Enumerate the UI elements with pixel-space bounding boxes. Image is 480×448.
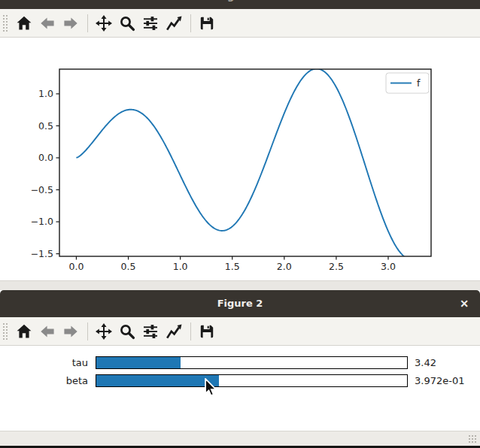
slider-beta-track[interactable] — [96, 374, 408, 387]
forward-arrow-icon — [62, 323, 79, 340]
back-arrow-icon — [39, 323, 56, 340]
edit-parameters-button[interactable] — [163, 12, 185, 35]
y-tick-label: −0.5 — [31, 184, 53, 195]
figure2-titlebar[interactable]: Figure 2 ✕ — [0, 290, 480, 317]
legend: f — [386, 73, 429, 93]
x-tick-label: 2.0 — [277, 261, 292, 272]
x-tick-label: 0.5 — [121, 261, 136, 272]
configure-subplots-button[interactable] — [139, 12, 162, 35]
forward-button[interactable] — [59, 320, 82, 343]
back-button[interactable] — [36, 320, 59, 343]
figure2-title: Figure 2 — [0, 290, 480, 317]
close-icon[interactable]: ✕ — [453, 290, 475, 317]
back-button[interactable] — [36, 12, 59, 35]
save-button[interactable] — [196, 320, 218, 343]
save-button[interactable] — [196, 12, 218, 35]
home-icon — [16, 15, 32, 32]
configure-subplots-button[interactable] — [139, 320, 162, 343]
pan-arrows-icon — [96, 15, 112, 32]
floppy-disk-icon — [199, 15, 215, 32]
slider-beta-label: beta — [30, 374, 88, 388]
y-tick-label: 0.0 — [38, 152, 53, 163]
line-chart-icon — [166, 323, 182, 340]
magnifier-icon — [119, 15, 135, 32]
figure2-toolbar — [0, 317, 480, 346]
slider-beta-value: 3.972e-01 — [415, 374, 464, 388]
line-chart-icon — [166, 15, 182, 32]
legend-label: f — [417, 77, 421, 89]
mouse-cursor-icon — [204, 378, 219, 398]
sliders-icon — [142, 323, 159, 340]
x-tick-label: 2.5 — [329, 261, 344, 272]
y-tick-label: 0.5 — [38, 120, 53, 132]
toolbar-separator — [190, 14, 191, 32]
figure1-titlebar[interactable]: Figure 1 — [0, 0, 480, 9]
pan-arrows-icon — [96, 323, 112, 340]
figure1-title: Figure 1 — [0, 0, 480, 9]
toolbar-separator — [87, 322, 88, 341]
edit-parameters-button[interactable] — [163, 320, 185, 343]
slider-tau-track[interactable] — [96, 356, 408, 369]
magnifier-icon — [119, 323, 135, 340]
home-button[interactable] — [13, 12, 35, 35]
y-tick-label: −1.0 — [31, 216, 53, 227]
slider-beta-fill — [96, 375, 219, 386]
figure1-canvas[interactable]: 0.00.51.01.52.02.53.01.00.50.0−0.5−1.0−1… — [0, 38, 480, 280]
y-tick-label: 1.0 — [38, 88, 53, 99]
back-arrow-icon — [39, 15, 56, 32]
forward-button[interactable] — [59, 12, 82, 35]
figure1-plot[interactable]: 0.00.51.01.52.02.53.01.00.50.0−0.5−1.0−1… — [0, 38, 480, 280]
slider-tau-fill — [96, 357, 181, 368]
zoom-button[interactable] — [116, 12, 138, 35]
home-icon — [16, 323, 32, 340]
slider-tau-value: 3.42 — [415, 356, 436, 370]
toolbar-separator — [190, 322, 191, 341]
figure2-statusbar — [0, 431, 480, 446]
figure1-toolbar — [0, 9, 480, 38]
floppy-disk-icon — [199, 323, 215, 340]
resize-grip-icon[interactable] — [468, 434, 478, 444]
axes-frame — [59, 69, 431, 256]
sliders-icon — [142, 15, 159, 32]
x-tick-label: 0.0 — [69, 261, 84, 272]
forward-arrow-icon — [62, 15, 79, 32]
x-tick-label: 1.5 — [225, 261, 240, 272]
figure2-canvas: tau 3.42 beta 3.972e-01 — [0, 346, 480, 431]
x-tick-label: 3.0 — [381, 261, 396, 272]
home-button[interactable] — [13, 320, 35, 343]
pan-button[interactable] — [93, 320, 115, 343]
toolbar-grip[interactable] — [2, 14, 8, 32]
x-tick-label: 1.0 — [173, 261, 188, 272]
pan-button[interactable] — [93, 12, 115, 35]
zoom-button[interactable] — [116, 320, 138, 343]
plot-line-f — [76, 68, 414, 259]
toolbar-grip[interactable] — [2, 322, 8, 341]
toolbar-separator — [87, 14, 88, 32]
y-tick-label: −1.5 — [31, 248, 53, 259]
slider-tau-label: tau — [30, 356, 88, 370]
figure1-statusbar — [0, 280, 480, 290]
desktop: Figure 1 0.00.51.01.52.02.53.01.00.50.0−… — [0, 0, 480, 448]
